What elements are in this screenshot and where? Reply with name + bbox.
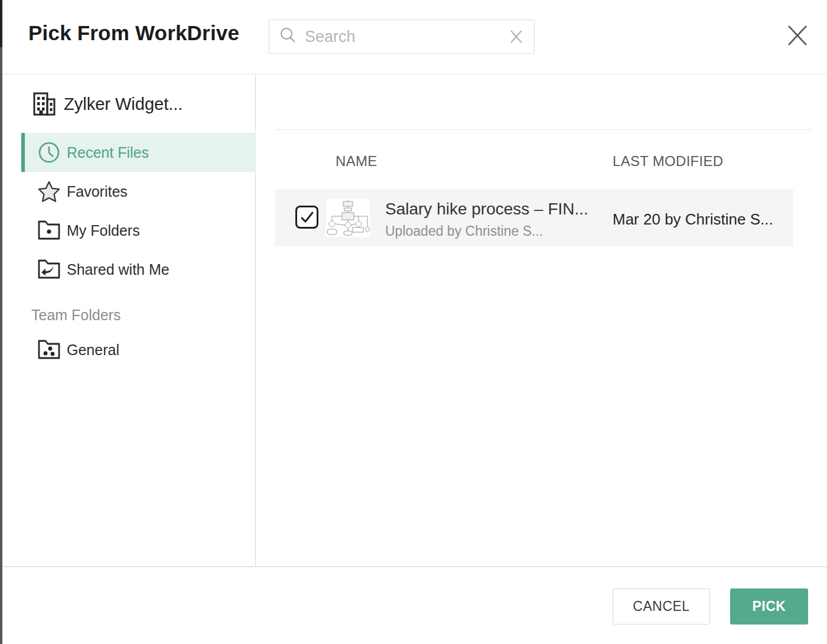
table-top-divider: [275, 129, 812, 130]
active-indicator-bar: [21, 133, 25, 172]
sidebar: Zylker Widget... Recent Files Favorites …: [0, 75, 256, 566]
team-folder-icon: [38, 339, 60, 361]
file-uploaded-by: Uploaded by Christine S...: [385, 223, 543, 239]
row-checkbox[interactable]: [295, 206, 318, 229]
star-icon: [38, 180, 60, 203]
sidebar-item-label: General: [67, 341, 119, 359]
sidebar-nav: Recent Files Favorites My Folders Shared…: [21, 133, 256, 289]
column-header-last-modified: LAST MODIFIED: [613, 153, 724, 170]
folder-shared-icon: [38, 258, 60, 281]
cancel-button[interactable]: CANCEL: [613, 588, 710, 625]
dialog-header: Pick From WorkDrive: [0, 0, 827, 74]
pick-button[interactable]: PICK: [730, 588, 808, 625]
search-box[interactable]: [269, 19, 535, 54]
search-clear-icon[interactable]: [508, 28, 525, 45]
footer-divider: [0, 566, 827, 567]
org-name: Zylker Widget...: [64, 95, 183, 114]
folder-icon: [38, 219, 60, 242]
flowchart-thumbnail: [326, 199, 370, 237]
sidebar-org-switcher[interactable]: Zylker Widget...: [0, 90, 255, 118]
file-name: Salary hike process – FIN...: [385, 200, 588, 219]
clock-icon: [38, 141, 60, 164]
file-last-modified: Mar 20 by Christine S...: [613, 210, 773, 229]
dialog-title: Pick From WorkDrive: [28, 21, 239, 45]
sidebar-item-label: Recent Files: [67, 144, 149, 161]
sidebar-item-label: My Folders: [67, 222, 140, 239]
sidebar-item-label: Shared with Me: [67, 261, 170, 278]
sidebar-item-favorites[interactable]: Favorites: [21, 172, 256, 211]
table-row[interactable]: Salary hike process – FIN... Uploaded by…: [275, 189, 793, 246]
column-header-name: NAME: [336, 153, 377, 170]
background-page-edge-dark: [0, 0, 2, 47]
sidebar-item-general[interactable]: General: [21, 330, 256, 369]
background-page-edge: [0, 0, 2, 644]
search-input[interactable]: [305, 28, 508, 46]
team-folders-section-label: Team Folders: [31, 307, 121, 324]
sidebar-item-shared-with-me[interactable]: Shared with Me: [21, 250, 256, 289]
organization-icon: [33, 92, 56, 116]
sidebar-item-my-folders[interactable]: My Folders: [21, 211, 256, 250]
team-folders-list: General: [21, 330, 256, 369]
sidebar-item-recent-files[interactable]: Recent Files: [21, 133, 256, 172]
search-icon: [279, 27, 297, 47]
sidebar-item-label: Favorites: [67, 183, 128, 200]
dialog-close-icon[interactable]: [784, 22, 810, 48]
file-list-panel: NAME LAST MODIFIED: [256, 75, 827, 566]
